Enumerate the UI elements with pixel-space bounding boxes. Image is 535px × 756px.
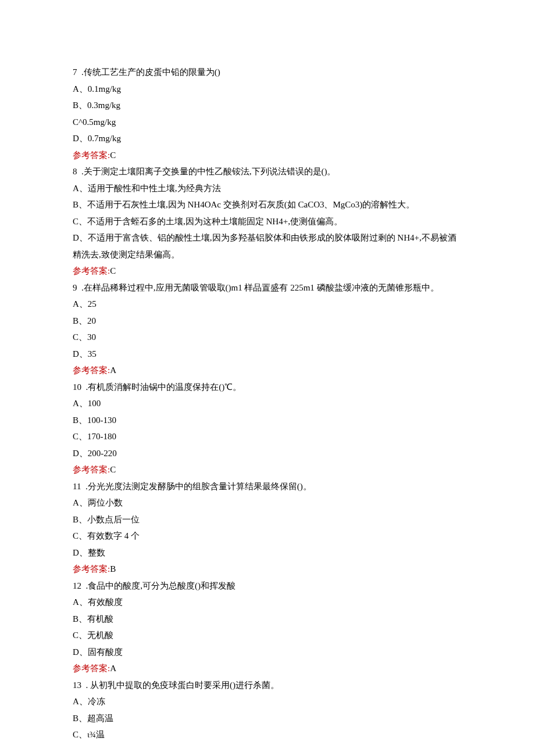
answer-line: 参考答案:A: [73, 660, 462, 677]
question-option: D、固有酸度: [73, 644, 462, 661]
question-stem-text: .有机质消解时油锅中的温度保持在()℃。: [86, 382, 242, 392]
question-stem: 11 .分光光度法测定发酵肠中的组胺含量计算结果最终保留()。: [73, 478, 462, 495]
answer-label: 参考答案:: [73, 266, 110, 275]
question-option: A、两位小数: [73, 495, 462, 511]
question-number: 11: [73, 482, 81, 491]
question-stem-text: . 从初乳中提取的免疫球蛋白时要采用()进行杀菌。: [86, 680, 280, 690]
question-stem: 12 .食品中的酸度,可分为总酸度()和挥发酸: [73, 578, 462, 594]
question-option: C、不适用于含蛭石多的土壤,因为这种土壤能固定 NH4+,使测值偏高。: [73, 213, 462, 230]
question-number-gap: [81, 680, 86, 690]
question-stem: 8 .关于测定土壤阳离子交换量的中性乙酸铵法,下列说法错误的是()。: [73, 163, 462, 180]
answer-line: 参考答案:A: [73, 362, 462, 379]
question-stem-text: .食品中的酸度,可分为总酸度()和挥发酸: [86, 581, 236, 590]
answer-value: A: [110, 366, 116, 375]
answer-value: C: [110, 151, 116, 160]
question-option: B、有机酸: [73, 611, 462, 628]
question-number: 10: [73, 382, 81, 392]
question-option: A、25: [73, 296, 462, 313]
answer-value: C: [110, 465, 116, 474]
question-number: 8: [73, 167, 77, 176]
answer-label: 参考答案:: [73, 564, 110, 574]
answer-line: 参考答案:C: [73, 147, 462, 164]
question-option: B、0.3mg/kg: [73, 97, 462, 114]
question-number: 13: [73, 680, 81, 690]
question-stem-text: .分光光度法测定发酵肠中的组胺含量计算结果最终保留()。: [85, 482, 312, 491]
question-stem-text: .关于测定土壤阳离子交换量的中性乙酸铵法,下列说法错误的是()。: [81, 167, 336, 176]
answer-line: 参考答案:C: [73, 263, 462, 280]
question-option: A、冷冻: [73, 693, 462, 710]
answer-value: B: [110, 564, 116, 574]
answer-value: A: [110, 664, 116, 673]
question-option: C、30: [73, 329, 462, 346]
question-stem: 13 . 从初乳中提取的免疫球蛋白时要采用()进行杀菌。: [73, 677, 462, 694]
question-option: C^0.5mg/kg: [73, 114, 462, 131]
answer-label: 参考答案:: [73, 465, 110, 474]
question-option: C、有效数字 4 个: [73, 528, 462, 544]
question-stem: 9 .在样品稀释过程中,应用无菌吸管吸取()m1 样品置盛有 225m1 磷酸盐…: [73, 280, 462, 296]
question-option: D、不适用于富含铁、铝的酸性土壤,因为多羟基铝胶体和由铁形成的胶体吸附过剩的 N…: [73, 230, 462, 263]
question-option: D、35: [73, 346, 462, 363]
question-stem: 10 .有机质消解时油锅中的温度保持在()℃。: [73, 379, 462, 396]
question-option: B、超高温: [73, 710, 462, 727]
question-number-gap: [81, 382, 86, 392]
question-stem-text: .传统工艺生产的皮蛋中铅的限量为(): [81, 67, 220, 77]
question-option: D、0.7mg/kg: [73, 130, 462, 147]
answer-value: C: [110, 266, 116, 275]
question-option: A、有效酸度: [73, 594, 462, 611]
question-option: A、适用于酸性和中性土壤,为经典方法: [73, 180, 462, 197]
question-option: C、ι¾温: [73, 726, 462, 743]
question-option: A、0.1mg/kg: [73, 81, 462, 98]
question-stem: 7 .传统工艺生产的皮蛋中铅的限量为(): [73, 64, 462, 81]
question-number-gap: [77, 67, 82, 77]
question-option: C、无机酸: [73, 627, 462, 644]
question-option: D、整数: [73, 544, 462, 561]
answer-line: 参考答案:B: [73, 561, 462, 578]
question-number-gap: [81, 482, 85, 491]
question-number-gap: [81, 581, 86, 590]
question-stem-text: .在样品稀释过程中,应用无菌吸管吸取()m1 样品置盛有 225m1 磷酸盐缓冲…: [81, 283, 439, 292]
answer-line: 参考答案:C: [73, 461, 462, 478]
answer-label: 参考答案:: [73, 664, 110, 673]
question-option: D、200-220: [73, 445, 462, 462]
question-option: A、100: [73, 395, 462, 412]
question-option: C、170-180: [73, 428, 462, 445]
question-option: B、小数点后一位: [73, 511, 462, 528]
question-number-gap: [77, 167, 82, 176]
question-option: B、不适用于石灰性土壤,因为 NH4OAc 交换剂对石灰质(如 CaCO3、Mg…: [73, 196, 462, 213]
document-page: 7 .传统工艺生产的皮蛋中铅的限量为()A、0.1mg/kgB、0.3mg/kg…: [0, 0, 535, 756]
question-number: 12: [73, 581, 81, 590]
question-option: B、100-130: [73, 412, 462, 429]
answer-label: 参考答案:: [73, 151, 110, 160]
question-number-gap: [77, 283, 82, 292]
question-number: 9: [73, 283, 77, 292]
question-option: B、20: [73, 313, 462, 329]
answer-label: 参考答案:: [73, 366, 110, 375]
question-number: 7: [73, 67, 77, 77]
